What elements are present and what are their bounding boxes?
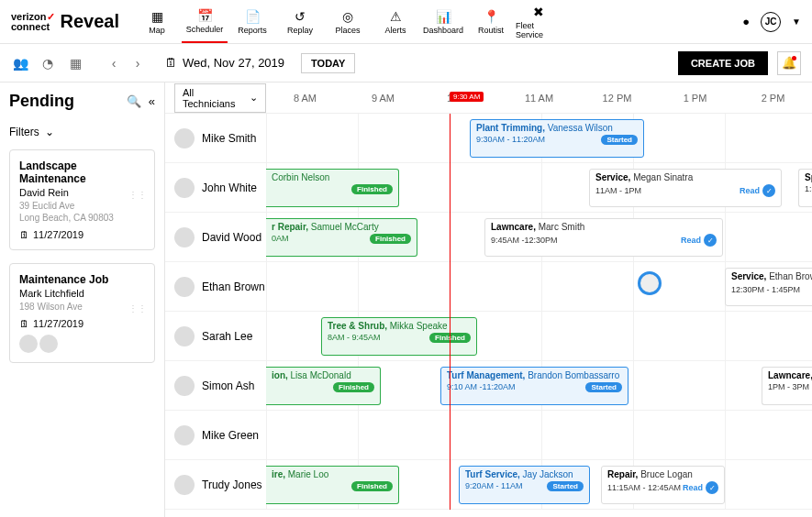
nav-map[interactable]: ▦Map <box>134 1 180 43</box>
nav-label: Alerts <box>385 26 406 35</box>
collapse-sidebar-icon[interactable]: « <box>149 94 155 108</box>
search-icon[interactable]: 🔍 <box>127 94 141 108</box>
job-card[interactable]: Corbin NelsonFinished <box>266 169 399 207</box>
technician-name: Sarah Lee <box>202 330 252 343</box>
job-title: r Repair, Samuel McCarty <box>272 222 411 232</box>
avatar <box>174 425 195 446</box>
nav-scheduler[interactable]: 📅Scheduler <box>182 1 228 43</box>
card-address: 198 Wilson Ave <box>19 301 145 313</box>
create-job-button[interactable]: CREATE JOB <box>678 51 768 75</box>
job-card[interactable]: Turf Service, Jay Jackson9:20AM - 11AMSt… <box>459 466 590 504</box>
schedule-lane[interactable]: Plant Trimming, Vanessa Wilson9:30AM - 1… <box>266 114 812 162</box>
nav-icon: ↺ <box>295 9 306 24</box>
filters-toggle[interactable]: Filters⌄ <box>9 126 155 138</box>
job-card[interactable]: Plant Trimming, Vanessa Wilson9:30AM - 1… <box>470 119 644 158</box>
nav-label: Dashboard <box>423 26 463 35</box>
job-card[interactable]: Sprinkler R 1:30PM - 3: <box>798 169 812 207</box>
read-check-icon: ✓ <box>762 184 775 197</box>
card-title: Landscape Maintenance <box>19 160 145 185</box>
prev-day-button[interactable]: ‹ <box>105 56 123 71</box>
user-menu-caret[interactable]: ▼ <box>792 16 801 27</box>
nav-fleet-service[interactable]: ✖Fleet Service <box>516 1 562 43</box>
schedule-lane[interactable] <box>266 411 812 459</box>
job-card[interactable]: Lawncare, Marc Smith9:45AM -12:30PMRead✓ <box>484 218 723 257</box>
today-button[interactable]: TODAY <box>301 53 355 73</box>
job-card[interactable]: Service, Ethan Brown12:30PM - 1:45PM✓ <box>725 268 812 306</box>
next-day-button[interactable]: › <box>128 56 147 71</box>
schedule-lane[interactable]: ire, Marie LooFinishedTurf Service, Jay … <box>266 460 812 509</box>
status-badge: Started <box>601 135 638 145</box>
technician-row: Ethan BrownService, Ethan Brown12:30PM -… <box>165 262 812 312</box>
nav-routist[interactable]: 📍Routist <box>468 1 514 43</box>
status-badge: Finished <box>333 382 374 392</box>
nav-places[interactable]: ◎Places <box>325 1 371 43</box>
nav-label: Reports <box>238 26 267 35</box>
job-title: Lawncare, Marc Smith <box>491 222 717 232</box>
schedule-lane[interactable]: Tree & Shrub, Mikka Speake8AM - 9:45AMFi… <box>266 312 812 360</box>
job-card[interactable]: r Repair, Samuel McCarty0AMFinished <box>266 218 417 257</box>
all-technicians-dropdown[interactable]: All Technicians⌄ <box>174 83 266 113</box>
technician-name: David Wood <box>202 231 261 244</box>
calendar-icon: 🗓 <box>19 318 29 329</box>
time-header: 11 AM <box>500 93 578 104</box>
notifications-button[interactable]: 🔔 <box>777 51 801 75</box>
pending-job-card[interactable]: Maintenance JobMark Litchfield198 Wilson… <box>9 263 155 363</box>
user-avatar[interactable]: JC <box>761 12 781 32</box>
nav-icon: 📊 <box>436 9 451 24</box>
card-date: 🗓11/27/2019 <box>19 229 145 240</box>
job-card[interactable]: Repair, Bruce Logan11:15AM - 12:45AMRead… <box>601 466 725 504</box>
nav-alerts[interactable]: ⚠Alerts <box>373 1 418 43</box>
card-date: 🗓11/27/2019 <box>19 318 145 329</box>
calendar-icon: 🗓 <box>19 229 29 240</box>
job-card[interactable]: Service, Megan Sinatra11AM - 1PMRead✓ <box>589 169 782 207</box>
view-time-icon[interactable]: ◔ <box>39 56 57 71</box>
status-badge: Finished <box>351 184 393 194</box>
view-grid-icon[interactable]: ▦ <box>66 56 84 71</box>
time-header: 8 AM <box>266 93 344 104</box>
status-badge: Started <box>585 382 622 392</box>
schedule-lane[interactable]: Service, Ethan Brown12:30PM - 1:45PM✓ <box>266 262 812 311</box>
technician-row: David Woodr Repair, Samuel McCarty0AMFin… <box>165 213 812 262</box>
technician-row: Trudy Jonesire, Marie LooFinishedTurf Se… <box>165 460 812 510</box>
technician-row: Sarah LeeTree & Shrub, Mikka Speake8AM -… <box>165 312 812 361</box>
avatar <box>174 376 195 396</box>
view-people-icon[interactable]: 👥 <box>11 56 29 71</box>
drag-handle-icon[interactable]: ⋮⋮ <box>128 303 147 314</box>
job-card[interactable]: ire, Marie LooFinished <box>266 466 399 504</box>
nav-replay[interactable]: ↺Replay <box>277 1 323 43</box>
schedule-lane[interactable]: ion, Lisa McDonaldFinishedTurf Managemen… <box>266 361 812 410</box>
job-card[interactable]: Tree & Shrub, Mikka Speake8AM - 9:45AMFi… <box>321 317 477 356</box>
avatar <box>174 227 195 248</box>
calendar-icon[interactable]: 🗓 <box>165 56 177 70</box>
brand-logo: verizon✓ connect Reveal <box>11 11 119 32</box>
job-time: 0AM <box>272 234 289 243</box>
nav-icon: 📅 <box>197 8 213 23</box>
nav-label: Replay <box>287 26 313 35</box>
job-title: ire, Marie Loo <box>272 469 393 479</box>
job-card[interactable]: Turf Management, Brandon Bombassarro9:10… <box>440 367 628 405</box>
now-indicator-line <box>450 114 450 510</box>
now-time-tag: 9:30 AM <box>450 92 484 102</box>
job-time: 1PM - 3PM <box>768 382 809 391</box>
technician-row: Simon Ashion, Lisa McDonaldFinishedTurf … <box>165 361 812 411</box>
job-title: Lawncare, Simon Taf <box>768 370 812 380</box>
drag-handle-icon[interactable]: ⋮⋮ <box>128 190 147 200</box>
schedule-lane[interactable]: r Repair, Samuel McCarty0AMFinishedLawnc… <box>266 213 812 261</box>
job-time: 1:30PM - 3: <box>805 184 812 193</box>
job-card[interactable]: Lawncare, Simon Taf1PM - 3PM <box>762 367 812 405</box>
job-title: Service, Megan Sinatra <box>595 172 775 182</box>
read-label: Read <box>740 186 760 195</box>
job-title: Plant Trimming, Vanessa Wilson <box>476 123 638 133</box>
technician-row: Mike Green <box>165 411 812 460</box>
pending-job-card[interactable]: Landscape MaintenanceDavid Rein39 Euclid… <box>9 149 155 250</box>
chevron-down-icon: ⌄ <box>45 126 54 138</box>
nav-reports[interactable]: 📄Reports <box>229 1 275 43</box>
nav-icon: ✖ <box>533 5 544 19</box>
job-time: 11:15AM - 12:45AM <box>607 483 681 492</box>
nav-icon: ⚠ <box>390 9 402 24</box>
read-check-icon: ✓ <box>706 481 718 494</box>
nav-dashboard[interactable]: 📊Dashboard <box>420 1 466 43</box>
schedule-lane[interactable]: Corbin NelsonFinishedService, Megan Sina… <box>266 163 812 212</box>
card-address: 39 Euclid AveLong Beach, CA 90803 <box>19 200 145 224</box>
job-card[interactable]: ion, Lisa McDonaldFinished <box>266 367 381 405</box>
